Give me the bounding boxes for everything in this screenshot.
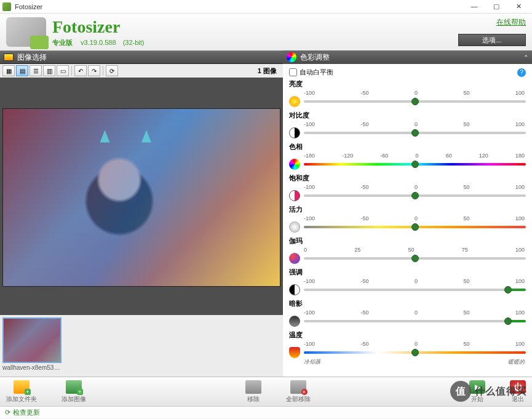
saturation-label: 饱和度 [289,174,526,183]
preview-area [0,78,283,315]
auto-wb-label: 自动白平衡 [300,68,333,77]
redo-button[interactable]: ↷ [88,65,100,76]
brightness-slider[interactable] [304,100,526,103]
temperature-icon [289,347,300,358]
add-folder-button[interactable]: 添加文件夹 [6,380,37,404]
view-filmstrip-button[interactable]: ▭ [57,65,69,76]
collapse-icon[interactable]: ⌃ [523,54,528,61]
image-count: 1 图像 [258,66,280,76]
gamma-group: 伽玛 0255075100 [289,236,526,264]
thumbnail-label: wallhaven-x8em53.png [2,364,62,371]
auto-wb-checkbox[interactable] [289,68,297,76]
version-line: 专业版 v3.19.0.588 (32-bit) [52,38,144,47]
brightness-icon [289,96,300,107]
saturation-slider[interactable] [304,194,526,197]
preview-image[interactable] [2,108,280,287]
play-icon [469,380,485,394]
online-help-link[interactable]: 在线帮助 [458,17,526,28]
version-label: v3.19.0.588 [81,39,116,46]
view-thumbs-button[interactable]: ▦ [2,65,15,76]
temperature-slider[interactable] [304,351,526,354]
contrast-slider[interactable] [304,132,526,134]
highlights-icon [289,284,300,295]
vibrance-label: 活力 [289,205,526,214]
view-tiles-button[interactable]: ▤ [16,65,28,76]
refresh-button[interactable]: ⟳ [106,65,118,76]
image-select-panel: 图像选择 ▦ ▤ ☰ ▥ ▭ ↶ ↷ ⟳ 1 图像 wallhaven-x8em… [0,50,283,377]
temperature-group: 温度 -100-50050100 冷却器暖暖的 [289,330,526,366]
remove-all-icon [290,380,306,394]
shadows-slider[interactable] [304,320,526,322]
image-plus-icon [66,380,82,394]
bits-label: (32-bit) [123,39,145,46]
refresh-icon: ⟳ [5,409,10,417]
close-button[interactable]: ✕ [507,0,530,14]
saturation-group: 饱和度 -100-50050100 [289,174,526,201]
contrast-label: 对比度 [289,111,526,120]
separator [103,66,103,76]
vibrance-slider[interactable] [304,226,526,228]
highlights-label: 强调 [289,268,526,277]
color-adjust-label: 色彩调整 [300,52,330,63]
color-adjust-panel: 色彩调整 ⌃ 自动白平衡 ? 亮度 -100-50050100 对比度 -100… [283,50,532,377]
separator [71,66,72,76]
logo-text: Fotosizer [52,17,144,37]
hue-slider[interactable] [304,163,526,166]
power-icon [510,380,526,394]
maximize-button[interactable]: ▢ [485,0,507,14]
window-title: Fotosizer [15,3,463,10]
gamma-label: 伽玛 [289,236,526,245]
shadows-icon [289,316,300,327]
brightness-group: 亮度 -100-50050100 [289,79,526,107]
contrast-icon [289,127,300,138]
image-select-label: 图像选择 [17,52,47,63]
view-list-button[interactable]: ☰ [30,65,42,76]
check-update-link[interactable]: 检查更新 [13,408,40,417]
bottom-toolbar: 添加文件夹 添加图像 移除 全部移除 开始 退出 [0,377,532,406]
app-icon [2,2,11,11]
temperature-label: 温度 [289,330,526,340]
folder-plus-icon [14,380,30,394]
vibrance-group: 活力 -100-50050100 [289,205,526,233]
thumbnail[interactable] [2,317,62,363]
app-header: Fotosizer 专业版 v3.19.0.588 (32-bit) 在线帮助 … [0,14,532,50]
hue-icon [289,159,300,170]
undo-button[interactable]: ↶ [74,65,87,76]
options-button[interactable]: 选项... [458,34,526,46]
color-adjust-title: 色彩调整 ⌃ [283,50,532,64]
remove-all-button[interactable]: 全部移除 [286,380,311,404]
shadows-group: 暗影 -100-50050100 [289,299,526,327]
saturation-icon [289,190,300,201]
brightness-label: 亮度 [289,79,526,89]
remove-icon [245,380,261,394]
gamma-slider[interactable] [304,257,526,260]
hue-group: 色相 -180-120-60060120180 [289,142,526,170]
color-wheel-icon [287,52,296,62]
highlights-slider[interactable] [304,289,526,291]
remove-button[interactable]: 移除 [245,380,261,404]
contrast-group: 对比度 -100-50050100 [289,111,526,138]
start-button[interactable]: 开始 [469,380,485,404]
gamma-icon [289,253,300,264]
highlights-group: 强调 -100-50050100 [289,268,526,295]
temp-cool-label: 冷却器 [304,358,320,366]
titlebar: Fotosizer — ▢ ✕ [0,0,532,14]
exit-button[interactable]: 退出 [510,380,526,404]
edition-label: 专业版 [52,39,73,46]
minimize-button[interactable]: — [463,0,485,14]
logo-image [6,17,46,47]
vibrance-icon [289,221,300,233]
shadows-label: 暗影 [289,299,526,308]
temp-warm-label: 暖暖的 [508,358,525,366]
view-toolbar: ▦ ▤ ☰ ▥ ▭ ↶ ↷ ⟳ 1 图像 [0,64,283,78]
status-bar: ⟳ 检查更新 [0,406,532,418]
thumbnail-strip: wallhaven-x8em53.png [0,315,283,377]
hue-label: 色相 [289,142,526,151]
picture-icon [4,54,14,61]
add-image-button[interactable]: 添加图像 [62,380,86,404]
help-icon[interactable]: ? [517,68,526,77]
view-details-button[interactable]: ▥ [43,65,55,76]
image-select-title: 图像选择 [0,50,283,64]
